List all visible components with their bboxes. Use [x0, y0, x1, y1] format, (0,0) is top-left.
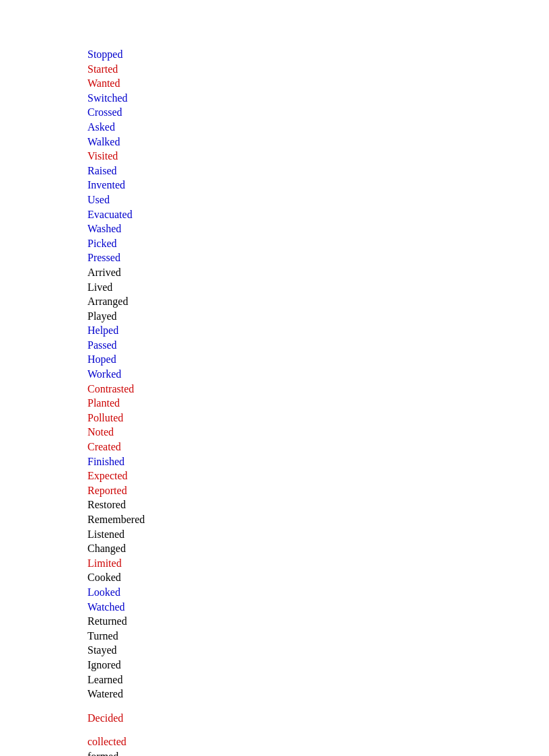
list-item: Arranged — [87, 294, 549, 309]
list-item: Expected — [87, 469, 549, 483]
list-item: Listened — [87, 527, 549, 542]
list-item: Washed — [87, 221, 549, 236]
list-item: Pressed — [87, 250, 549, 265]
list-item: Watered — [87, 687, 549, 701]
list-item: Reported — [87, 483, 549, 498]
list-item: Started — [87, 62, 549, 77]
list-item: Worked — [87, 367, 549, 382]
list-item: Restored — [87, 497, 549, 512]
list-item: collected — [87, 734, 549, 749]
list-item: Watched — [87, 600, 549, 615]
list-item: Changed — [87, 541, 549, 556]
list-item: Limited — [87, 556, 549, 571]
list-item: Arrived — [87, 265, 549, 280]
list-item: Hoped — [87, 352, 549, 367]
list-item: Passed — [87, 338, 549, 353]
list-item: Looked — [87, 585, 549, 600]
list-item: Created — [87, 440, 549, 454]
list-item: Planted — [87, 396, 549, 411]
list-item: Noted — [87, 425, 549, 440]
list-item: Remembered — [87, 512, 549, 527]
list-item: Visited — [87, 149, 549, 164]
list-item: Crossed — [87, 105, 549, 120]
list-item: Evacuated — [87, 207, 549, 222]
list-item: Helped — [87, 323, 549, 338]
list-item: Ignored — [87, 658, 549, 673]
list-item: Learned — [87, 673, 549, 687]
list-item: Turned — [87, 629, 549, 644]
list-item: Walked — [87, 135, 549, 149]
list-item: formed — [87, 749, 549, 756]
list-item: Wanted — [87, 76, 549, 91]
list-item: Lived — [87, 280, 549, 295]
list-item: Decided — [87, 711, 549, 726]
list-item: Stayed — [87, 643, 549, 658]
list-item: Used — [87, 193, 549, 207]
list-item: Invented — [87, 178, 549, 193]
list-item: Asked — [87, 120, 549, 135]
list-item: Raised — [87, 164, 549, 178]
list-item: Contrasted — [87, 382, 549, 397]
list-item: Finished — [87, 454, 549, 469]
list-item: Polluted — [87, 411, 549, 425]
list-item: Played — [87, 309, 549, 324]
list-item: Picked — [87, 236, 549, 251]
list-item: Stopped — [87, 47, 549, 62]
list-item: Cooked — [87, 570, 549, 585]
list-item: Returned — [87, 614, 549, 629]
word-list: StoppedStartedWantedSwitchedCrossedAsked… — [87, 47, 549, 756]
list-item: Switched — [87, 91, 549, 106]
